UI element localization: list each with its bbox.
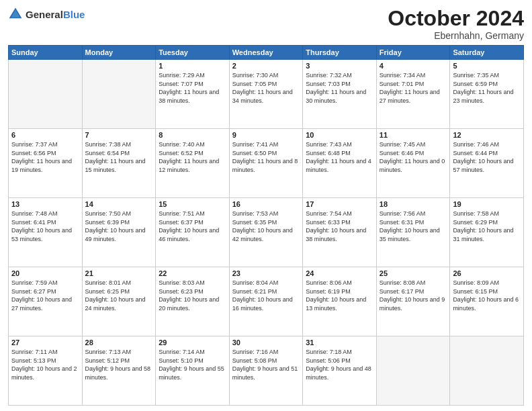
logo-blue: Blue xyxy=(63,9,85,19)
title-block: October 2024 Ebernhahn, Germany xyxy=(388,7,524,41)
day-number: 23 xyxy=(232,269,300,277)
day-number: 18 xyxy=(380,200,447,208)
week-row-1: 1Sunrise: 7:29 AM Sunset: 7:07 PM Daylig… xyxy=(9,60,524,129)
calendar-cell xyxy=(82,60,156,129)
day-number: 14 xyxy=(85,200,153,208)
day-info: Sunrise: 7:32 AM Sunset: 7:03 PM Dayligh… xyxy=(306,71,373,105)
calendar-cell: 29Sunrise: 7:14 AM Sunset: 5:10 PM Dayli… xyxy=(156,336,230,406)
calendar-cell: 24Sunrise: 8:06 AM Sunset: 6:19 PM Dayli… xyxy=(303,267,377,336)
day-header-monday: Monday xyxy=(82,46,156,60)
day-number: 26 xyxy=(453,269,521,277)
day-header-tuesday: Tuesday xyxy=(156,46,230,60)
calendar-cell: 20Sunrise: 7:59 AM Sunset: 6:27 PM Dayli… xyxy=(9,267,83,336)
day-number: 27 xyxy=(11,338,79,347)
day-info: Sunrise: 7:35 AM Sunset: 6:59 PM Dayligh… xyxy=(453,71,521,105)
calendar-cell: 17Sunrise: 7:54 AM Sunset: 6:33 PM Dayli… xyxy=(303,198,377,267)
calendar-cell: 9Sunrise: 7:41 AM Sunset: 6:50 PM Daylig… xyxy=(229,129,303,198)
title-location: Ebernhahn, Germany xyxy=(388,30,524,41)
day-number: 13 xyxy=(11,200,79,208)
day-info: Sunrise: 7:40 AM Sunset: 6:52 PM Dayligh… xyxy=(159,140,226,174)
day-number: 6 xyxy=(11,131,79,139)
calendar-cell: 1Sunrise: 7:29 AM Sunset: 7:07 PM Daylig… xyxy=(156,60,230,129)
day-number: 20 xyxy=(11,269,79,277)
day-info: Sunrise: 7:54 AM Sunset: 6:33 PM Dayligh… xyxy=(306,210,373,243)
day-info: Sunrise: 7:14 AM Sunset: 5:10 PM Dayligh… xyxy=(159,348,226,381)
day-number: 5 xyxy=(453,62,521,70)
day-number: 29 xyxy=(159,338,226,347)
week-row-3: 13Sunrise: 7:48 AM Sunset: 6:41 PM Dayli… xyxy=(9,198,524,267)
day-number: 7 xyxy=(85,131,153,139)
day-info: Sunrise: 8:09 AM Sunset: 6:15 PM Dayligh… xyxy=(453,279,521,312)
day-header-thursday: Thursday xyxy=(303,46,377,60)
header: GeneralBlue October 2024 Ebernhahn, Germ… xyxy=(8,7,524,41)
logo: GeneralBlue xyxy=(8,7,85,21)
day-number: 8 xyxy=(159,131,226,139)
day-info: Sunrise: 7:37 AM Sunset: 6:56 PM Dayligh… xyxy=(11,140,79,174)
day-info: Sunrise: 8:03 AM Sunset: 6:23 PM Dayligh… xyxy=(159,279,226,312)
logo-icon xyxy=(8,7,23,21)
calendar-table: SundayMondayTuesdayWednesdayThursdayFrid… xyxy=(8,45,524,406)
calendar-cell: 10Sunrise: 7:43 AM Sunset: 6:48 PM Dayli… xyxy=(303,129,377,198)
day-info: Sunrise: 7:51 AM Sunset: 6:37 PM Dayligh… xyxy=(159,210,226,243)
calendar-cell: 19Sunrise: 7:58 AM Sunset: 6:29 PM Dayli… xyxy=(450,198,524,267)
calendar-cell: 22Sunrise: 8:03 AM Sunset: 6:23 PM Dayli… xyxy=(156,267,230,336)
day-number: 4 xyxy=(380,62,447,70)
calendar-cell: 15Sunrise: 7:51 AM Sunset: 6:37 PM Dayli… xyxy=(156,198,230,267)
calendar-cell xyxy=(376,336,450,406)
day-info: Sunrise: 7:13 AM Sunset: 5:12 PM Dayligh… xyxy=(85,348,153,381)
day-info: Sunrise: 7:56 AM Sunset: 6:31 PM Dayligh… xyxy=(380,210,447,243)
day-info: Sunrise: 7:11 AM Sunset: 5:13 PM Dayligh… xyxy=(11,348,79,381)
day-number: 3 xyxy=(306,62,373,70)
day-info: Sunrise: 7:53 AM Sunset: 6:35 PM Dayligh… xyxy=(232,210,300,243)
calendar-cell xyxy=(9,60,83,129)
calendar-cell: 14Sunrise: 7:50 AM Sunset: 6:39 PM Dayli… xyxy=(82,198,156,267)
calendar-cell: 28Sunrise: 7:13 AM Sunset: 5:12 PM Dayli… xyxy=(82,336,156,406)
day-number: 11 xyxy=(380,131,447,139)
day-info: Sunrise: 7:41 AM Sunset: 6:50 PM Dayligh… xyxy=(232,140,300,174)
calendar-cell: 31Sunrise: 7:18 AM Sunset: 5:06 PM Dayli… xyxy=(303,336,377,406)
day-number: 17 xyxy=(306,200,373,208)
day-header-saturday: Saturday xyxy=(450,46,524,60)
day-number: 21 xyxy=(85,269,153,277)
calendar-cell: 18Sunrise: 7:56 AM Sunset: 6:31 PM Dayli… xyxy=(376,198,450,267)
day-number: 28 xyxy=(85,338,153,347)
day-info: Sunrise: 7:48 AM Sunset: 6:41 PM Dayligh… xyxy=(11,210,79,243)
day-info: Sunrise: 7:46 AM Sunset: 6:44 PM Dayligh… xyxy=(453,140,521,174)
day-number: 19 xyxy=(453,200,521,208)
calendar-cell: 26Sunrise: 8:09 AM Sunset: 6:15 PM Dayli… xyxy=(450,267,524,336)
day-number: 30 xyxy=(232,338,300,347)
calendar-cell: 23Sunrise: 8:04 AM Sunset: 6:21 PM Dayli… xyxy=(229,267,303,336)
day-number: 22 xyxy=(159,269,226,277)
day-info: Sunrise: 8:01 AM Sunset: 6:25 PM Dayligh… xyxy=(85,279,153,312)
calendar-cell: 30Sunrise: 7:16 AM Sunset: 5:08 PM Dayli… xyxy=(229,336,303,406)
day-info: Sunrise: 7:59 AM Sunset: 6:27 PM Dayligh… xyxy=(11,279,79,312)
calendar-cell: 7Sunrise: 7:38 AM Sunset: 6:54 PM Daylig… xyxy=(82,129,156,198)
calendar-cell: 6Sunrise: 7:37 AM Sunset: 6:56 PM Daylig… xyxy=(9,129,83,198)
calendar-cell: 21Sunrise: 8:01 AM Sunset: 6:25 PM Dayli… xyxy=(82,267,156,336)
day-number: 16 xyxy=(232,200,300,208)
calendar-cell: 5Sunrise: 7:35 AM Sunset: 6:59 PM Daylig… xyxy=(450,60,524,129)
day-number: 31 xyxy=(306,338,373,347)
calendar-cell: 12Sunrise: 7:46 AM Sunset: 6:44 PM Dayli… xyxy=(450,129,524,198)
day-info: Sunrise: 7:43 AM Sunset: 6:48 PM Dayligh… xyxy=(306,140,373,174)
day-info: Sunrise: 7:45 AM Sunset: 6:46 PM Dayligh… xyxy=(380,140,447,174)
week-row-5: 27Sunrise: 7:11 AM Sunset: 5:13 PM Dayli… xyxy=(9,336,524,406)
day-number: 9 xyxy=(232,131,300,139)
day-number: 10 xyxy=(306,131,373,139)
calendar-cell: 4Sunrise: 7:34 AM Sunset: 7:01 PM Daylig… xyxy=(376,60,450,129)
calendar-cell: 8Sunrise: 7:40 AM Sunset: 6:52 PM Daylig… xyxy=(156,129,230,198)
day-number: 15 xyxy=(159,200,226,208)
calendar-cell: 27Sunrise: 7:11 AM Sunset: 5:13 PM Dayli… xyxy=(9,336,83,406)
day-info: Sunrise: 8:08 AM Sunset: 6:17 PM Dayligh… xyxy=(380,279,447,312)
week-row-4: 20Sunrise: 7:59 AM Sunset: 6:27 PM Dayli… xyxy=(9,267,524,336)
day-info: Sunrise: 7:58 AM Sunset: 6:29 PM Dayligh… xyxy=(453,210,521,243)
day-header-friday: Friday xyxy=(376,46,450,60)
day-number: 25 xyxy=(380,269,447,277)
day-number: 24 xyxy=(306,269,373,277)
day-info: Sunrise: 7:29 AM Sunset: 7:07 PM Dayligh… xyxy=(159,71,226,105)
calendar-cell xyxy=(450,336,524,406)
day-header-sunday: Sunday xyxy=(9,46,83,60)
day-info: Sunrise: 7:34 AM Sunset: 7:01 PM Dayligh… xyxy=(380,71,447,105)
day-info: Sunrise: 7:50 AM Sunset: 6:39 PM Dayligh… xyxy=(85,210,153,243)
calendar-cell: 3Sunrise: 7:32 AM Sunset: 7:03 PM Daylig… xyxy=(303,60,377,129)
